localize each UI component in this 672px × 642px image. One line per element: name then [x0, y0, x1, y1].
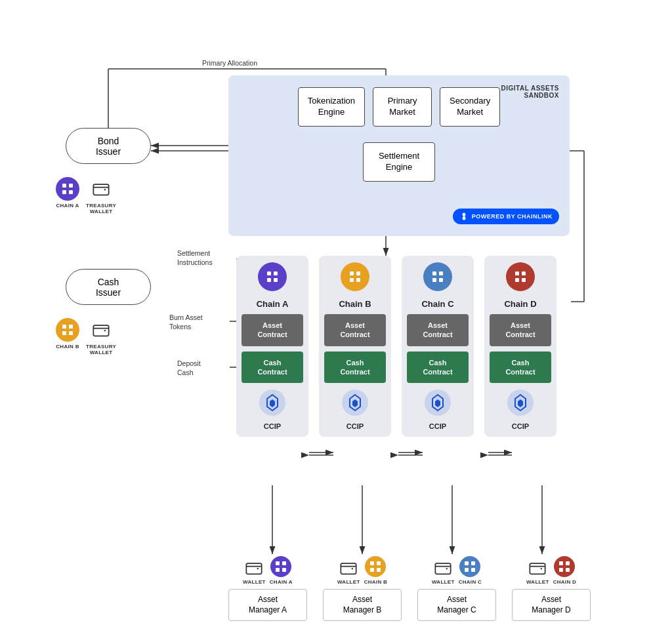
svg-rect-49 — [515, 271, 519, 275]
svg-rect-66 — [471, 561, 475, 565]
manager-d-icons: WALLET CHAIN D — [512, 556, 591, 585]
chain-a-icon — [56, 177, 79, 201]
manager-d-chain-icon — [554, 556, 575, 577]
svg-rect-59 — [341, 563, 356, 574]
manager-a-wallet-icon — [245, 559, 263, 577]
diagram: Primary Allocation DIGITAL ASSETSSANDBOX… — [0, 0, 672, 642]
chain-b-cash-contract: CashContract — [324, 351, 386, 384]
manager-d-box: AssetManager D — [512, 589, 591, 621]
svg-rect-41 — [350, 278, 354, 282]
svg-rect-61 — [377, 561, 381, 565]
cash-treasury-wallet-wrap: TREASURYWALLET — [86, 318, 116, 355]
bond-issuer-label: BondIssuer — [96, 136, 121, 157]
cash-issuer: CashIssuer — [66, 269, 151, 305]
asset-manager-d: WALLET CHAIN D AssetManager D — [512, 556, 591, 621]
manager-d-chain-wrap: CHAIN D — [553, 556, 576, 585]
asset-managers-row: WALLET CHAIN A AssetManager A — [228, 556, 591, 621]
manager-a-wallet: WALLET — [243, 559, 266, 585]
svg-rect-68 — [471, 568, 475, 572]
chain-d-column: Chain D AssetContract CashContract CCIP — [484, 256, 556, 437]
chain-c-ccip-label: CCIP — [429, 422, 446, 430]
svg-rect-54 — [247, 563, 262, 574]
manager-d-wallet-icon — [528, 559, 547, 577]
powered-label: POWERED BY CHAINLINK — [472, 213, 553, 220]
chain-c-col-icon — [423, 262, 452, 291]
svg-rect-72 — [559, 568, 563, 572]
tokenization-engine: TokenizationEngine — [298, 87, 365, 127]
manager-b-chain-icon — [365, 556, 386, 577]
chain-c-asset-contract: AssetContract — [407, 314, 469, 346]
svg-rect-60 — [370, 561, 374, 565]
primary-market: PrimaryMarket — [373, 87, 432, 127]
cash-issuer-icons: CHAIN B TREASURYWALLET — [56, 318, 116, 355]
manager-a-chain-label: CHAIN A — [270, 579, 293, 585]
svg-rect-32 — [69, 331, 73, 335]
manager-d-wallet-label: WALLET — [526, 579, 549, 585]
svg-rect-45 — [439, 271, 443, 275]
manager-b-wallet-label: WALLET — [337, 579, 360, 585]
chain-d-ccip-label: CCIP — [512, 422, 529, 430]
svg-rect-36 — [267, 278, 271, 282]
chain-a-column: Chain A AssetContract CashContract CCIP — [236, 256, 308, 437]
treasury-wallet-icon — [89, 177, 113, 201]
manager-c-wallet-icon — [434, 559, 452, 577]
sandbox-label: DIGITAL ASSETSSANDBOX — [501, 85, 560, 99]
manager-a-chain-icon — [270, 556, 291, 577]
chain-b-asset-contract: AssetContract — [324, 314, 386, 346]
manager-a-chain-wrap: CHAIN A — [270, 556, 293, 585]
manager-c-wallet: WALLET — [432, 559, 455, 585]
svg-rect-34 — [267, 271, 271, 275]
settlement-row: SettlementEngine — [235, 133, 563, 182]
chain-a-col-icon — [258, 262, 287, 291]
chain-a-col-label: Chain A — [257, 299, 289, 309]
svg-rect-30 — [69, 325, 73, 329]
chain-b-column: Chain B AssetContract CashContract CCIP — [319, 256, 391, 437]
svg-rect-67 — [465, 568, 469, 572]
asset-manager-b: WALLET CHAIN B AssetManager B — [323, 556, 402, 621]
settlement-instructions-label: SettlementInstructions — [177, 249, 213, 267]
wallet-icon — [92, 180, 110, 198]
svg-rect-27 — [69, 190, 73, 194]
grid-icon-b — [61, 323, 74, 336]
manager-a-icons: WALLET CHAIN A — [228, 556, 307, 585]
svg-rect-29 — [62, 325, 66, 329]
chain-a-label: CHAIN A — [56, 203, 79, 209]
manager-d-wallet: WALLET — [526, 559, 549, 585]
manager-b-chain-wrap: CHAIN B — [364, 556, 387, 585]
manager-a-grid-icon — [274, 560, 287, 573]
chain-a-ccip-icon — [258, 388, 287, 417]
svg-rect-57 — [276, 568, 280, 572]
bond-issuer: BondIssuer — [66, 128, 151, 164]
svg-rect-47 — [439, 278, 443, 282]
svg-rect-31 — [62, 331, 66, 335]
manager-b-wallet: WALLET — [337, 559, 360, 585]
svg-rect-26 — [62, 190, 66, 194]
manager-d-grid-icon — [558, 560, 571, 573]
svg-rect-42 — [356, 278, 360, 282]
svg-rect-33 — [93, 325, 108, 336]
chain-a-icon-wrap: CHAIN A — [56, 177, 79, 209]
svg-rect-73 — [566, 568, 570, 572]
chain-d-ccip-icon — [506, 388, 535, 417]
chain-b-icon — [56, 318, 79, 342]
svg-rect-64 — [436, 563, 451, 574]
treasury-wallet-label: TREASURYWALLET — [86, 203, 116, 214]
svg-rect-69 — [530, 563, 545, 574]
manager-c-wallet-label: WALLET — [432, 579, 455, 585]
chains-area: Chain A AssetContract CashContract CCIP … — [236, 256, 556, 437]
chain-d-col-icon — [506, 262, 535, 291]
manager-b-wallet-icon — [339, 559, 358, 577]
svg-rect-44 — [432, 271, 436, 275]
chain-b-col-icon — [341, 262, 369, 291]
chain-b-col-label: Chain B — [339, 299, 371, 309]
chain-d-col-label: Chain D — [504, 299, 536, 309]
manager-b-box: AssetManager B — [323, 589, 402, 621]
asset-manager-c: WALLET CHAIN C AssetManager C — [417, 556, 496, 621]
chain-c-column: Chain C AssetContract CashContract CCIP — [402, 256, 474, 437]
bond-issuer-icons: CHAIN A TREASURYWALLET — [56, 177, 116, 214]
manager-c-chain-label: CHAIN C — [459, 579, 482, 585]
svg-rect-24 — [62, 184, 66, 188]
grid-icon-chain-d — [514, 270, 527, 283]
svg-rect-71 — [566, 561, 570, 565]
grid-icon-chain-c — [431, 270, 444, 283]
